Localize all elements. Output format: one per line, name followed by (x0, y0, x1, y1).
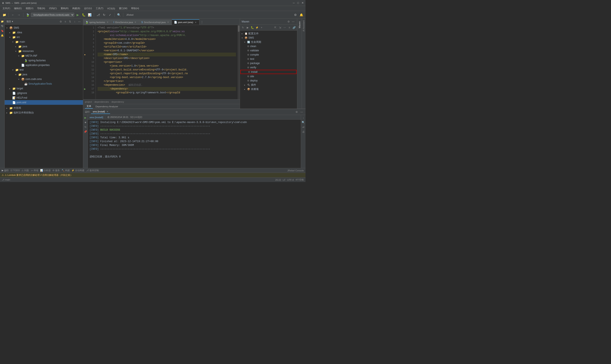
maven-item-compile[interactable]: ⚙ compile (240, 52, 297, 57)
bottom-terminal-tab[interactable]: ≫ 终端 (31, 169, 39, 172)
git-button[interactable]: ⎇ (96, 12, 101, 17)
minimize-panel-icon[interactable]: — (78, 20, 81, 24)
tree-item-package[interactable]: ▾ 📦 com.csdn.sms (5, 77, 83, 81)
maven-item-package[interactable]: ⚙ package (240, 61, 297, 65)
ai-assistant-label[interactable]: AI Assistant (302, 20, 305, 32)
tab-close-smsserviceimpl[interactable]: ✕ (167, 21, 169, 24)
indent-size[interactable]: 4个空格 (296, 178, 304, 181)
tree-item-resources[interactable]: ▾ 📁 resources (5, 49, 83, 53)
tab-pom-xml[interactable]: 📄 pom.xml (sms) ✕ (172, 19, 199, 25)
debug-button[interactable]: 🐛 (81, 12, 86, 17)
filter-button[interactable]: 🔍 (301, 120, 305, 124)
sidebar-icon-structure[interactable]: 🏗 (0, 24, 4, 28)
sort-icon[interactable]: ⇅ (68, 20, 72, 24)
maven-tab-label[interactable]: Maven (298, 20, 301, 30)
tree-item-gitignore[interactable]: ▸ 📄 .gitignore (5, 91, 83, 95)
tree-item-meta-inf[interactable]: ▾ 📁 META-INF (5, 53, 83, 58)
editor-code-content[interactable]: <?xml version="1.0" encoding="UTF-8"?> <… (96, 25, 238, 99)
maven-reload-icon[interactable]: ↻ (241, 26, 245, 30)
breadcrumb-project[interactable]: project (85, 101, 92, 103)
maven-expand-icon[interactable]: ⇲ (278, 26, 282, 30)
menu-view[interactable]: 视图(V) (24, 6, 35, 10)
tree-item-main[interactable]: ▾ 📁 main (5, 39, 83, 44)
tree-item-application-properties[interactable]: ▸ 📄 application.properties (5, 63, 83, 67)
tree-item-pom-xml[interactable]: ▸ 📄 pom.xml (5, 100, 83, 105)
bottom-auto-build-tab[interactable]: ⚡ 自动构建 (71, 169, 84, 172)
menu-help[interactable]: 帮助(H) (130, 6, 141, 10)
coverage-button[interactable]: 📊 (87, 12, 92, 17)
close-tab-icon[interactable]: ✕ (106, 110, 108, 113)
tree-item-sms-root[interactable]: ▾ 📦 SMS (5, 26, 83, 30)
gear-icon[interactable]: ⚙ (59, 20, 63, 24)
rerun-button[interactable]: ↻ (84, 125, 87, 129)
terminal-settings-icon[interactable]: ⚙ (295, 110, 299, 114)
tab-text[interactable]: 文本 (85, 104, 93, 109)
stop-button[interactable]: ■ (84, 120, 87, 124)
maven-layout-icon[interactable]: ≡ (287, 26, 291, 30)
menu-build[interactable]: 构建(B) (71, 6, 82, 10)
maven-run-icon[interactable]: ▶ (246, 26, 250, 30)
scrollbar-thumb[interactable] (238, 26, 240, 32)
bottom-problems-tab[interactable]: ⚠ 问题 (21, 169, 29, 172)
tree-item-src[interactable]: ▾ 📁 src (5, 35, 83, 39)
jrebel-console-label[interactable]: JRebel Console (287, 169, 304, 172)
maven-item-plugins[interactable]: ▸ 🔌 插件 (240, 83, 297, 87)
breadcrumb-dependency[interactable]: dependency (111, 101, 124, 103)
menu-vcs[interactable]: VCS(S) (105, 7, 117, 10)
tree-item-spring-factories[interactable]: ▸ 🍃 spring.factories (5, 58, 83, 63)
tabs-more-button[interactable]: ⋮ (199, 19, 205, 25)
maven-item-lifecycle[interactable]: ▾ 🔄 生命周期 (240, 40, 297, 44)
settings-button[interactable]: ⚙ (293, 12, 298, 17)
back-button[interactable]: ← (10, 12, 15, 17)
menu-edit[interactable]: 编辑(E) (12, 6, 24, 10)
jrebel-label[interactable]: JRebel (125, 12, 135, 17)
gutter-run-17[interactable]: ▶ (83, 87, 87, 91)
menu-refactor[interactable]: 重构(R) (59, 6, 70, 10)
maven-item-validate[interactable]: ⚙ validate (240, 48, 297, 52)
terminal-tab-sms-install[interactable]: sms [install] ✕ (91, 110, 110, 114)
maven-item-verify[interactable]: ⚙ verify (240, 65, 297, 70)
scroll-icon[interactable]: ↕ (73, 20, 77, 24)
tree-item-external-libs[interactable]: ▸ 📁 外部库 (5, 106, 83, 110)
maven-item-sms[interactable]: ▾ 📦 SMS (240, 36, 297, 40)
layout-icon[interactable]: ≡ (64, 20, 67, 24)
wrap-button[interactable]: ⇌ (301, 125, 305, 129)
bottom-analyzer-tab[interactable]: 📊 分析器 (40, 169, 51, 172)
menu-window[interactable]: 窗口(W) (117, 6, 129, 10)
run-config-select[interactable]: SmsApplicationTests.contextLoads (31, 13, 74, 17)
notifications-button[interactable]: 🔔 (299, 12, 304, 17)
tab-ismsservice[interactable]: I ISmsService.java ✕ (111, 19, 139, 25)
project-dropdown-icon[interactable]: ▾ (12, 20, 13, 23)
commit-button[interactable]: ✓ (108, 12, 113, 17)
bottom-run-tab[interactable]: ▶ 运行 (2, 169, 9, 172)
maven-more-icon[interactable]: ⋯ (283, 26, 287, 30)
tab-close-pom-xml[interactable]: ✕ (194, 21, 197, 24)
bottom-vcs-tab[interactable]: ⎇ 版本控制 (86, 169, 99, 172)
maven-item-config[interactable]: ▸ 📋 配置文件 (240, 31, 297, 36)
tree-item-idea[interactable]: ▸ 📁 .idea (5, 30, 83, 35)
tree-item-test[interactable]: ▾ 📁 test (5, 67, 83, 72)
tree-item-temp-files[interactable]: ▸ 📁 临时文件和控制台 (5, 110, 83, 115)
maven-skip-tests-icon[interactable]: ⚡ (255, 26, 259, 30)
bottom-build-tab[interactable]: 🔨 构建 (62, 169, 70, 172)
menu-run[interactable]: 运行(U) (82, 6, 93, 10)
run-button[interactable]: ▶ (75, 12, 80, 17)
maven-item-test[interactable]: ⚙ test (240, 57, 297, 61)
maximize-button[interactable]: □ (297, 1, 299, 4)
maven-debug-icon[interactable]: 🐛 (250, 26, 254, 30)
forward-button[interactable]: → (16, 12, 21, 17)
minimize-button[interactable]: ─ (293, 1, 295, 4)
maven-collapse-icon[interactable]: ⇱ (273, 26, 277, 30)
sidebar-icon-bookmark[interactable]: 🔖 (0, 29, 4, 33)
editor-scrollbar[interactable] (238, 25, 240, 99)
maven-link-icon[interactable]: 🔗 (292, 26, 296, 30)
bottom-todo-tab[interactable]: ☑ TODO (10, 169, 20, 172)
tab-close-ismsservice[interactable]: ✕ (134, 21, 137, 24)
close-button[interactable]: ✕ (301, 1, 304, 4)
maven-item-deploy[interactable]: ⚙ deploy (240, 78, 297, 83)
tab-close-spring-factories[interactable]: ✕ (106, 21, 109, 24)
maven-item-site[interactable]: ⚙ site (240, 74, 297, 78)
maven-item-install[interactable]: ⚙ install (240, 70, 297, 74)
search-everywhere-button[interactable]: 🔍 (116, 12, 121, 17)
tree-item-test-java[interactable]: ▾ 📁 java (5, 72, 83, 77)
